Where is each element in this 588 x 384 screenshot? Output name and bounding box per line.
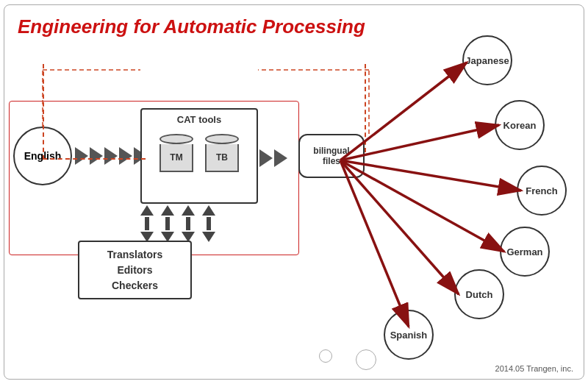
da-up-3 — [182, 205, 195, 216]
dutch-circle: Dutch — [454, 269, 504, 319]
svg-line-3 — [340, 160, 521, 191]
double-arrow-3 — [182, 205, 195, 242]
da-up-2 — [161, 205, 174, 216]
tb-label: TB — [216, 152, 228, 163]
translators-box: Translators Editors Checkers — [78, 241, 192, 299]
tm-top — [159, 134, 193, 144]
da-up-1 — [140, 205, 154, 216]
da-stem-4 — [207, 217, 211, 230]
double-arrows-row — [140, 205, 215, 242]
translators-label: Translators — [107, 247, 162, 263]
german-label: German — [506, 246, 542, 257]
svg-line-4 — [340, 160, 504, 252]
da-up-4 — [202, 205, 215, 216]
svg-line-6 — [340, 160, 409, 327]
da-stem-2 — [165, 217, 170, 230]
japanese-circle: Japanese — [462, 35, 512, 85]
cat-arrow-2 — [274, 149, 287, 167]
spanish-circle: Spanish — [384, 310, 434, 360]
tb-body: TB — [205, 144, 239, 172]
footer: 2014.05 Trangen, inc. — [495, 364, 573, 373]
da-stem-1 — [145, 217, 149, 230]
tm-label: TM — [170, 152, 182, 163]
french-circle: French — [517, 166, 567, 216]
french-label: French — [526, 185, 557, 196]
tb-cylinder: TB — [205, 134, 239, 172]
tb-top — [205, 134, 239, 144]
cat-title: CAT tools — [142, 110, 257, 128]
editors-label: Editors — [117, 263, 152, 278]
cat-arrow-1 — [259, 149, 273, 167]
da-stem-3 — [186, 217, 190, 230]
japanese-label: Japanese — [465, 55, 509, 66]
da-down-4 — [202, 232, 215, 242]
cat-bilingual-arrows — [259, 149, 287, 167]
german-circle: German — [500, 227, 550, 277]
tm-cylinder: TM — [159, 134, 193, 172]
spanish-label: Spanish — [390, 330, 428, 341]
small-circle-2 — [356, 349, 376, 370]
tm-body: TM — [159, 144, 193, 172]
svg-line-5 — [340, 160, 459, 294]
page-title: Engineering for Automatic Processing — [18, 15, 365, 38]
small-circle-1 — [319, 349, 332, 363]
dashed-line-2 — [365, 64, 366, 152]
dutch-label: Dutch — [466, 289, 493, 300]
bilingual-box: bilingualfiles — [298, 134, 365, 178]
checkers-label: Checkers — [112, 278, 158, 294]
double-arrow-1 — [140, 205, 154, 242]
double-arrow-2 — [161, 205, 174, 242]
dashed-line-1 — [43, 64, 146, 160]
korean-label: Korean — [503, 120, 537, 131]
cat-content: TM TB — [142, 134, 257, 172]
korean-circle: Korean — [495, 100, 545, 150]
double-arrow-4 — [202, 205, 215, 242]
cat-tools-box: CAT tools TM TB — [140, 108, 258, 204]
main-container: Engineering for Automatic Processing Eng… — [4, 4, 584, 380]
